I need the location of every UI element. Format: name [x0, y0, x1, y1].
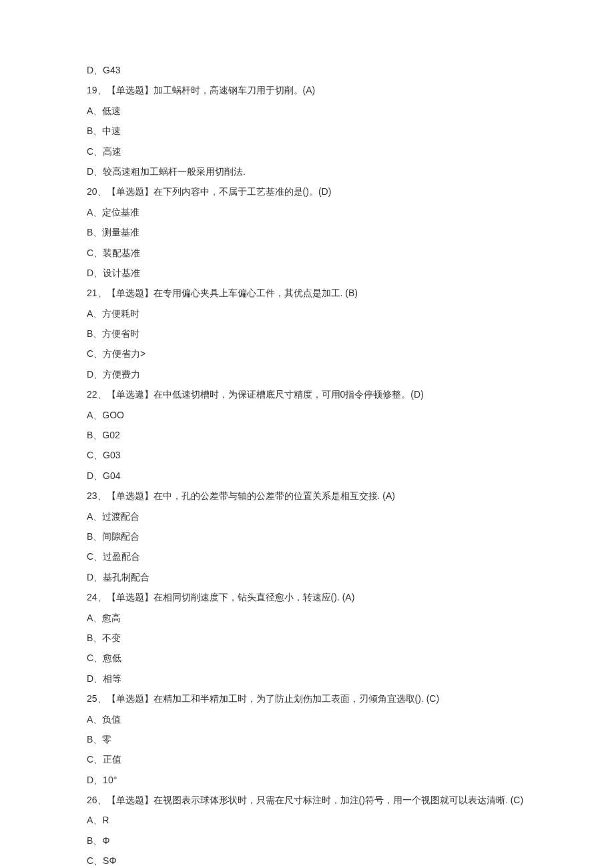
answer-option: B、中速 — [87, 121, 527, 141]
answer-option: B、不变 — [87, 628, 527, 648]
answer-option: A、定位基准 — [87, 202, 527, 222]
question-stem: 25、【单选题】在精加工和半精加工时，为了防止划伤加工表面，刃倾角宜选取(). … — [87, 689, 527, 709]
answer-option: D、相等 — [87, 669, 527, 689]
question-stem: 19、【单选题】加工蜗杆时，高速钢车刀用于切削。(A) — [87, 80, 527, 100]
answer-option: C、正值 — [87, 749, 527, 769]
answer-option: B、方便省时 — [87, 324, 527, 344]
answer-option: D、基孔制配合 — [87, 567, 527, 587]
answer-option: B、Φ — [87, 831, 527, 851]
answer-option: B、间隙配合 — [87, 526, 527, 546]
answer-option: D、10° — [87, 770, 527, 790]
question-stem: 22、【单选遨】在中低速切槽时，为保证槽底尺寸精度，可用0指令停顿修整。(D) — [87, 384, 527, 404]
answer-option: C、高速 — [87, 141, 527, 161]
answer-option: D、方便费力 — [87, 364, 527, 384]
answer-option: D、G04 — [87, 466, 527, 486]
text-line: D、G43 — [87, 60, 527, 80]
answer-option: A、负值 — [87, 709, 527, 729]
answer-option: A、低速 — [87, 101, 527, 121]
question-stem: 21、【单选题】在专用偏心夹具上车偏心工件，其优点是加工. (B) — [87, 283, 527, 303]
question-stem: 26、【单选题】在视图表示球体形状时，只需在尺寸标注时，加注()符号，用一个视图… — [87, 790, 527, 810]
answer-option: A、R — [87, 810, 527, 830]
answer-option: C、SΦ — [87, 851, 527, 868]
answer-option: C、G03 — [87, 445, 527, 465]
answer-option: B、G02 — [87, 425, 527, 445]
answer-option: B、零 — [87, 729, 527, 749]
answer-option: A、愈高 — [87, 608, 527, 628]
answer-option: A、方便耗时 — [87, 304, 527, 324]
answer-option: C、装配基准 — [87, 243, 527, 263]
question-stem: 24、【单选题】在相同切削速度下，钻头直径愈小，转速应(). (A) — [87, 587, 527, 607]
answer-option: D、较高速粗加工蜗杆一般采用切削法. — [87, 161, 527, 181]
answer-option: C、过盈配合 — [87, 546, 527, 566]
answer-option: D、设计基准 — [87, 263, 527, 283]
question-stem: 23、【单选题】在中，孔的公差带与轴的公差带的位置关系是相互交接. (A) — [87, 486, 527, 506]
answer-option: A、GOO — [87, 405, 527, 425]
answer-option: A、过渡配合 — [87, 506, 527, 526]
answer-option: B、测量基准 — [87, 222, 527, 242]
question-stem: 20、【单选题】在下列内容中，不属于工艺基准的是()。(D) — [87, 181, 527, 201]
document-page: D、G43 19、【单选题】加工蜗杆时，高速钢车刀用于切削。(A) A、低速 B… — [0, 0, 614, 868]
answer-option: C、方便省力> — [87, 344, 527, 364]
answer-option: C、愈低 — [87, 648, 527, 668]
